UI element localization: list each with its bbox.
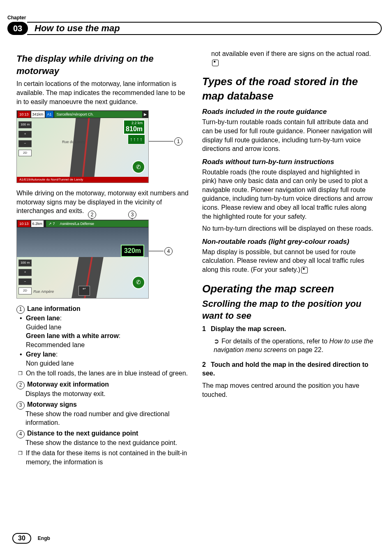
- roads-included-title: Roads included in the route guidance: [202, 107, 376, 117]
- item-2-number: 2: [16, 381, 25, 389]
- map-screenshot-2: 10:13 6.2km ↗ 7 Asnières/La Défense 320m…: [16, 220, 149, 299]
- map1-road-badge: A1: [46, 111, 53, 118]
- step-1-number: 1: [202, 325, 206, 332]
- types-of-road-title: Types of the road stored in the map data…: [202, 74, 376, 103]
- map1-lane-arrows: ↑↑↑↑: [128, 134, 145, 144]
- green-arrow-desc: Recommended lane: [26, 341, 85, 348]
- roads-noturn-title: Roads without turn-by-turn instructions: [202, 158, 376, 167]
- scrolling-title: Scrolling the map to the position you wa…: [202, 298, 376, 322]
- nonroutable-body: Map display is possible, but cannot be u…: [202, 248, 364, 273]
- map1-bottom-route: A1/E19/Autoroute du Nord/Tunnel de Landy: [17, 177, 148, 183]
- callout-1: 1: [174, 137, 182, 146]
- item-3-number: 3: [16, 401, 25, 410]
- item-4-title: Distance to the next guidance point: [27, 430, 138, 437]
- left-column: The display while driving on the motorwa…: [16, 49, 190, 468]
- item-2-desc: Displays the motorway exit.: [25, 389, 190, 398]
- chapter-number-pill: 03: [7, 22, 28, 35]
- item-3-title: Motorway signs: [27, 401, 77, 408]
- item-4-number: 4: [16, 430, 25, 438]
- step-2-number: 2: [202, 361, 206, 368]
- section-title-display-motorway: The display while driving on the motorwa…: [16, 53, 190, 77]
- mid-paragraph: While driving on the motorway, motorway …: [16, 189, 190, 215]
- map2-scale: 100 m: [18, 259, 32, 266]
- map2-time: 10:13: [18, 220, 30, 227]
- item-1-title: Lane information: [27, 305, 81, 312]
- callout-4: 4: [164, 247, 173, 255]
- phone-icon: ✆: [132, 276, 145, 289]
- map1-scale: 100 m: [18, 121, 32, 128]
- header-row: 03 How to use the map: [7, 22, 382, 37]
- phone-icon: ✆: [132, 160, 145, 174]
- roads-included-body: Turn-by-turn routable roads contain full…: [202, 118, 376, 153]
- toll-note: On the toll roads, the lanes are in blue…: [25, 369, 190, 378]
- map1-street: Rue du Landy: [62, 139, 85, 144]
- map1-sign: Sarcelles/Aéroport Ch.: [54, 111, 142, 118]
- item-4-desc: These show the distance to the next guid…: [25, 438, 190, 447]
- intro-paragraph: In certain locations of the motorway, la…: [16, 79, 190, 106]
- step-2-title: Touch and hold the map in the desired di…: [202, 361, 369, 377]
- callout-3: 3: [128, 211, 136, 219]
- map2-street: Rue Ampère: [33, 289, 54, 294]
- continuation-text: not available even if there are signs on…: [211, 50, 371, 57]
- right-column: not available even if there are signs on…: [202, 49, 376, 468]
- menu-icon: ↩: [78, 286, 90, 296]
- operating-map-title: Operating the map screen: [202, 282, 376, 296]
- map-screenshot-1: 10:13 341km A1 Sarcelles/Aéroport Ch. ▶ …: [16, 110, 149, 183]
- page-number: 30: [12, 533, 31, 544]
- map1-time: 10:13: [18, 111, 30, 118]
- item-3-desc: These show the road number and give dire…: [25, 410, 190, 427]
- nonroutable-title: Non-routable roads (light grey-colour ro…: [202, 237, 376, 247]
- step-1-xref: For details of the operations, refer to …: [214, 337, 376, 354]
- item-2-title: Motorway exit information: [27, 381, 109, 388]
- page-footer: 30 Engb: [12, 533, 50, 544]
- end-mark-icon: [301, 267, 308, 273]
- green-lane-desc: Guided lane: [26, 324, 61, 331]
- green-lane-label: Green lane: [26, 315, 60, 322]
- map2-distance-box: 320m: [121, 245, 144, 257]
- roads-noturn-body2: No turn-by-turn directions will be displ…: [202, 224, 376, 233]
- map1-distance-sign: 2.2 km 810m: [123, 120, 145, 134]
- item-1-number: 1: [16, 306, 25, 314]
- step-2-body: The map moves centred around the positio…: [202, 381, 376, 399]
- end-mark-icon: [212, 60, 219, 66]
- chapter-title: How to use the map: [27, 22, 382, 35]
- map1-dist: 341km: [31, 111, 45, 118]
- grey-lane-desc: Non guided lane: [26, 360, 74, 367]
- green-arrow-label: Green lane with a white arrow: [26, 332, 119, 339]
- step-1-title: Display the map screen.: [211, 325, 286, 332]
- grey-lane-label: Grey lane: [26, 351, 56, 358]
- footer-note: If the data for these items is not conta…: [25, 449, 190, 466]
- language-code: Engb: [38, 535, 50, 541]
- map2-sign: Asnières/La Défense: [58, 220, 148, 227]
- roads-noturn-body1: Routable roads (the route displayed and …: [202, 168, 376, 221]
- map2-exit: ↗ 7: [46, 220, 58, 227]
- chapter-label: Chapter: [7, 15, 26, 21]
- map2-dist: 6.2km: [31, 220, 44, 227]
- callout-2: 2: [88, 211, 96, 219]
